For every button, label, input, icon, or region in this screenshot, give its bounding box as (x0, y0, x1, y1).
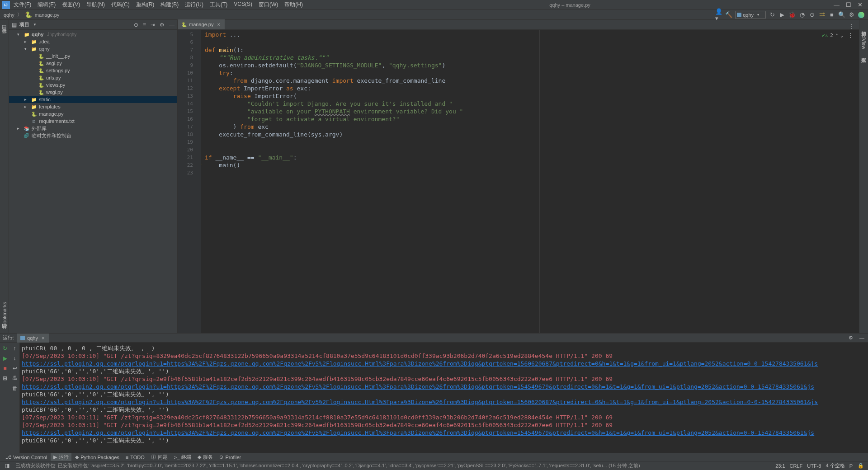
bottom-tab[interactable]: ⓘ问题 (148, 453, 170, 461)
menu-item[interactable]: 编辑(E) (34, 0, 59, 9)
bottom-tab[interactable]: >_终端 (171, 453, 194, 461)
locate-icon[interactable]: ⊙ (134, 22, 138, 28)
menu-item[interactable]: 导航(N) (83, 0, 108, 9)
attach-icon[interactable]: ⮆ (818, 11, 826, 19)
menu-item[interactable]: 帮助(H) (281, 0, 306, 9)
tab-manage-py[interactable]: 🐍 manage.py × (178, 19, 225, 29)
menu-item[interactable]: 代码(C) (108, 0, 133, 9)
tool-windows-icon[interactable]: ◨ (4, 462, 11, 470)
tree-pyfile[interactable]: 🐍urls.py (9, 74, 177, 81)
reload-icon[interactable]: ↻ (769, 11, 776, 19)
stop-icon[interactable]: ■ (3, 364, 6, 372)
hide-icon[interactable]: — (859, 335, 864, 341)
down-icon[interactable]: ↓ (14, 354, 16, 362)
bottom-tab[interactable]: ≡TODO (123, 454, 147, 461)
line-ending[interactable]: CRLF (790, 463, 803, 469)
print-icon[interactable]: 🖶 (12, 374, 18, 382)
gear-icon[interactable]: ⚙ (160, 22, 165, 28)
more-icon[interactable]: ⋮ (847, 32, 854, 39)
maximize-icon[interactable]: ☐ (846, 1, 851, 8)
status-message: 已成功安装软件包: 已安装软件包: 'asgiref==3.5.2', 'bro… (15, 462, 771, 469)
build-icon[interactable]: 🔨 (725, 11, 732, 19)
close-run-tab-icon[interactable]: × (42, 335, 44, 341)
gear-icon[interactable]: ⚙ (849, 335, 853, 341)
rerun-icon[interactable]: ↻ (3, 344, 7, 352)
code-editor[interactable]: 567891011121314151617181920212223 import… (178, 30, 859, 333)
breadcrumb-file[interactable]: manage.py (35, 12, 59, 18)
console-output[interactable]: ptuiCB( 00 , 0 , 0 , 二维码未失效。 , )[07/Sep/… (20, 343, 868, 453)
chevron-down-icon[interactable]: ▼ (33, 23, 37, 27)
bottom-tab[interactable]: ◆Python Packages (72, 454, 122, 461)
menu-item[interactable]: VCS(S) (231, 0, 255, 9)
layout-icon[interactable]: ⊞ (3, 374, 7, 382)
caret-position[interactable]: 23:1 (775, 463, 785, 469)
right-stripe: 通知 SciView 数据库 (859, 20, 868, 333)
intention-bulb-icon[interactable]: 💡 (201, 161, 202, 169)
indent[interactable]: 4 个空格 (826, 462, 844, 469)
menu-item[interactable]: 窗口(W) (255, 0, 281, 9)
menu-item[interactable]: 重构(R) (133, 0, 158, 9)
bookmarks-button[interactable]: Bookmarks (2, 302, 7, 327)
trash-icon[interactable]: 🗑 (12, 384, 18, 392)
tree-manage[interactable]: 🐍manage.py (9, 110, 177, 118)
tree-pyfile[interactable]: 🐍__init__.py (9, 52, 177, 60)
profile-icon[interactable]: ⊙ (808, 11, 816, 19)
search-everywhere-icon[interactable]: 🔍 (838, 11, 845, 19)
menu-item[interactable]: 工具(T) (207, 0, 231, 9)
tree-pyfile[interactable]: 🐍wsgi.py (9, 89, 177, 96)
chevron-down-icon[interactable]: ⌄ (840, 33, 843, 38)
interpreter[interactable]: P (849, 463, 853, 469)
menu-item[interactable]: 构建(B) (157, 0, 182, 9)
minimize-icon[interactable]: — (834, 1, 840, 8)
inspection-widget[interactable]: ✔⚠ 2 ⌃ ⌄ ⋮ (822, 32, 854, 39)
menu-item[interactable]: 文件(F) (10, 0, 34, 9)
console-link[interactable]: https://ssl.ptlogin2.qq.com/ptqrlogin?u1… (22, 429, 866, 437)
bottom-tab[interactable]: ◆服务 (195, 453, 216, 461)
menu-item[interactable]: 运行(U) (182, 0, 207, 9)
tabs-more-icon[interactable]: ⋮ (849, 23, 854, 29)
stop-icon[interactable]: ■ (828, 11, 835, 19)
console-link[interactable]: https://ssl.ptlogin2.qq.com/ptqrlogin?u1… (22, 360, 866, 367)
menu-item[interactable]: 视图(V) (59, 0, 83, 9)
tree-ext-lib[interactable]: ▸📚外部库 (9, 125, 177, 132)
tree-pkg[interactable]: ▾📁qqhy (9, 45, 177, 52)
tree-pyfile[interactable]: 🐍settings.py (9, 67, 177, 74)
console-link[interactable]: https://ssl.ptlogin2.qq.com/ptqrlogin?u1… (22, 383, 866, 390)
tree-requirements[interactable]: 🗎requirements.txt (9, 118, 177, 125)
project-tree[interactable]: ▾📁qqhyJ:\python\qqhy ▸📁.idea ▾📁qqhy 🐍__i… (9, 30, 177, 333)
up-icon[interactable]: ↑ (14, 344, 16, 352)
console-link[interactable]: https://ssl.ptlogin2.qq.com/ptqrlogin?u1… (22, 398, 866, 406)
tree-scratches[interactable]: 🗐临时文件和控制台 (9, 132, 177, 139)
run-tab-qqhy[interactable]: qqhy × (17, 334, 49, 343)
chevron-up-icon[interactable]: ⌃ (835, 33, 838, 38)
ai-assistant-icon[interactable] (858, 12, 864, 18)
tab-label: manage.py (189, 22, 213, 27)
tree-pyfile[interactable]: 🐍asgi.py (9, 60, 177, 67)
sciview-button[interactable]: SciView (861, 32, 867, 49)
breadcrumb-project[interactable]: qqhy (4, 12, 14, 18)
tree-root[interactable]: ▾📁qqhyJ:\python\qqhy (9, 31, 177, 38)
expand-all-icon[interactable]: ≡ (143, 22, 146, 28)
user-icon[interactable]: 👤▾ (715, 11, 722, 19)
settings-icon[interactable]: ⚙ (848, 11, 855, 19)
debug-icon[interactable]: 🐞 (788, 11, 796, 19)
tree-static[interactable]: ▸📁static (9, 96, 177, 103)
collapse-all-icon[interactable]: ⇥ (151, 22, 155, 28)
coverage-icon[interactable]: ◔ (798, 11, 806, 19)
tree-templates[interactable]: ▸📁templates (9, 103, 177, 110)
close-tab-icon[interactable]: × (217, 22, 220, 27)
run-config-selector[interactable]: qqhy (735, 11, 766, 19)
bottom-tab[interactable]: ▶运行 (51, 453, 71, 461)
lock-icon[interactable]: 🔒 (857, 462, 864, 470)
hide-icon[interactable]: — (169, 22, 175, 28)
close-icon[interactable]: ✕ (858, 1, 863, 8)
wrap-icon[interactable]: ↩ (13, 364, 17, 372)
tree-idea[interactable]: ▸📁.idea (9, 38, 177, 45)
encoding[interactable]: UTF-8 (807, 463, 821, 469)
rerun-failed-icon[interactable]: ▶ (3, 354, 7, 362)
run-icon[interactable]: ▶ (778, 11, 786, 19)
tree-pyfile[interactable]: 🐍views.py (9, 81, 177, 89)
bottom-tab[interactable]: ⎇Version Control (3, 454, 50, 461)
bottom-tab[interactable]: ⊙Profiler (217, 454, 244, 461)
project-tool-button[interactable]: ▤ (1, 23, 8, 31)
